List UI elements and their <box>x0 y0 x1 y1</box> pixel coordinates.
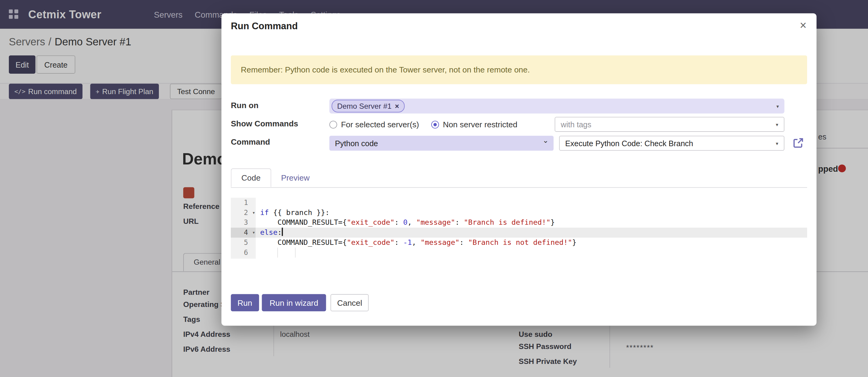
code-token: : <box>460 238 468 246</box>
radio-circle[interactable] <box>329 121 337 128</box>
code-line[interactable] <box>256 248 807 258</box>
tab-preview[interactable]: Preview <box>271 168 319 187</box>
alert-message: Remember: Python code is executed on the… <box>231 55 807 84</box>
radio-for-selected-servers[interactable]: For selected server(s) <box>329 120 419 129</box>
show-commands-radios: For selected server(s) Non server restri… <box>329 117 517 132</box>
code-line[interactable]: COMMAND_RESULT={"exit_code": -1, "messag… <box>256 237 807 248</box>
line-number: 6 <box>231 248 256 258</box>
fold-icon[interactable]: ▾ <box>252 208 255 218</box>
run-on-label: Run on <box>231 101 258 110</box>
with-tags-select[interactable]: with tags ▾ <box>555 117 785 132</box>
code-token: "Branch is defined!" <box>464 219 551 227</box>
code-token: {{ branch }}: <box>269 208 329 216</box>
command-label: Command <box>231 137 270 146</box>
line-number: 3 <box>231 218 256 228</box>
code-token: "message" <box>421 238 460 246</box>
line-number: 2▾ <box>231 208 256 218</box>
run-command-dialog: Run Command × Remember: Python code is e… <box>222 13 816 326</box>
cancel-button[interactable]: Cancel <box>331 294 369 311</box>
show-commands-label: Show Commands <box>231 119 298 128</box>
code-token: else <box>260 228 278 236</box>
code-token: "exit_code" <box>347 238 395 246</box>
code-token: , <box>407 219 416 227</box>
command-type-select[interactable]: Python code ⌄ <box>329 136 554 151</box>
external-link-icon[interactable] <box>792 137 804 149</box>
caret-down-icon: ▾ <box>776 103 779 109</box>
indent-guide <box>295 248 296 258</box>
code-editor[interactable]: 12▾34▾56 if {{ branch }}: COMMAND_RESULT… <box>231 198 807 259</box>
code-line[interactable]: COMMAND_RESULT={"exit_code": 0, "message… <box>256 218 807 228</box>
remove-tag-icon[interactable]: × <box>395 102 399 110</box>
code-token: : <box>395 219 403 227</box>
code-token: } <box>572 238 577 246</box>
command-select[interactable]: Execute Python Code: Check Branch ▾ <box>559 136 784 151</box>
tab-code[interactable]: Code <box>231 168 271 187</box>
code-token: "Branch is not defined!" <box>468 238 572 246</box>
radio-non-server-restricted[interactable]: Non server restricted <box>431 120 517 129</box>
caret-down-icon: ▾ <box>776 140 778 146</box>
code-token: "exit_code" <box>347 219 395 227</box>
code-token: 0 <box>403 219 407 227</box>
caret-down-icon: ▾ <box>776 121 778 127</box>
indent-guide <box>277 248 278 258</box>
editor-code[interactable]: if {{ branch }}: COMMAND_RESULT={"exit_c… <box>256 198 807 259</box>
line-number: 1 <box>231 198 256 208</box>
code-token: : <box>455 219 464 227</box>
code-line[interactable] <box>256 198 807 208</box>
code-token: } <box>551 219 555 227</box>
run-button[interactable]: Run <box>231 294 259 311</box>
code-token: COMMAND_RESULT={ <box>260 238 347 246</box>
line-number: 4▾ <box>231 228 256 238</box>
text-cursor <box>282 228 283 236</box>
run-on-field[interactable]: Demo Server #1 × ▾ <box>329 99 784 114</box>
line-number: 5 <box>231 237 256 248</box>
code-token: : <box>278 228 282 236</box>
code-token: if <box>260 208 269 216</box>
dialog-title: Run Command <box>231 21 298 32</box>
code-line[interactable]: else: <box>256 228 807 238</box>
close-icon[interactable]: × <box>800 20 807 31</box>
code-line[interactable]: if {{ branch }}: <box>256 208 807 218</box>
code-token: : <box>395 238 403 246</box>
code-token: -1 <box>403 238 412 246</box>
code-token: , <box>412 238 420 246</box>
fold-icon[interactable]: ▾ <box>252 228 255 238</box>
editor-gutter: 12▾34▾56 <box>231 198 256 259</box>
chevron-down-icon: ⌄ <box>542 136 549 144</box>
run-in-wizard-button[interactable]: Run in wizard <box>262 294 326 311</box>
code-token: COMMAND_RESULT={ <box>260 219 347 227</box>
radio-circle-checked[interactable] <box>431 121 439 128</box>
server-tag: Demo Server #1 × <box>332 99 405 112</box>
screen: Cetmix Tower Servers Commands Files Tool… <box>0 0 868 377</box>
editor-tabs: Code Preview <box>231 168 807 188</box>
code-token: "message" <box>416 219 455 227</box>
